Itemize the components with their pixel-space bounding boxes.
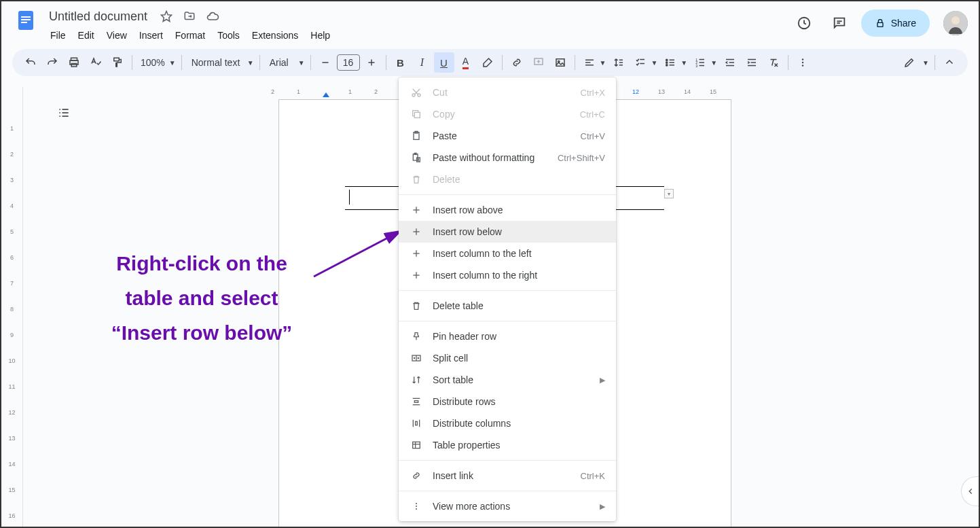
increase-indent-icon[interactable] [742,52,762,73]
share-button[interactable]: Share [861,10,930,37]
highlight-icon[interactable] [477,52,498,73]
ctx-insert-col-right[interactable]: Insert column to the right [399,264,616,286]
ctx-split-cell[interactable]: Split cell [399,347,616,369]
insert-link-icon[interactable] [507,52,527,73]
insert-image-icon[interactable] [550,52,570,73]
menu-help[interactable]: Help [305,27,335,43]
underline-icon[interactable]: U [434,52,454,73]
ctx-pin-header[interactable]: Pin header row [399,325,616,347]
distribute-cols-icon [410,418,423,429]
numbered-list-icon[interactable]: 123 [690,52,710,73]
comments-icon[interactable] [826,10,853,37]
svg-point-53 [802,65,803,66]
svg-rect-2 [21,19,31,20]
distribute-rows-icon [410,396,423,407]
svg-point-51 [802,58,803,60]
italic-icon[interactable]: I [412,52,433,73]
menu-file[interactable]: File [45,27,71,43]
svg-point-86 [416,503,417,504]
ctx-delete-table[interactable]: Delete table [399,295,616,317]
decrease-indent-icon[interactable] [720,52,740,73]
share-label: Share [891,18,916,29]
clear-formatting-icon[interactable] [763,52,784,73]
undo-icon[interactable] [20,52,41,73]
bullet-list-icon[interactable] [660,52,680,73]
spellcheck-icon[interactable] [86,52,106,73]
more-tools-icon[interactable] [793,52,813,73]
font-size-input[interactable]: 16 [337,54,360,71]
bold-icon[interactable]: B [391,52,411,73]
print-icon[interactable] [64,52,84,73]
increase-font-icon[interactable] [361,52,382,73]
ctx-paste[interactable]: PasteCtrl+V [399,125,616,147]
editing-mode-icon[interactable] [899,52,920,73]
svg-rect-79 [414,401,418,403]
line-spacing-icon[interactable] [609,52,629,73]
ctx-insert-row-below[interactable]: Insert row below [399,221,616,243]
ctx-insert-col-left[interactable]: Insert column to the left [399,243,616,264]
ctx-table-props[interactable]: Table properties [399,434,616,456]
link-icon [410,470,423,481]
svg-rect-3 [21,22,27,23]
sort-icon [410,374,423,385]
move-folder-icon[interactable] [181,8,198,24]
menu-tools[interactable]: Tools [212,27,245,43]
outline-toggle-icon[interactable] [52,101,76,125]
ctx-distribute-cols[interactable]: Distribute columns [399,412,616,434]
paste-icon [410,130,423,141]
svg-marker-4 [162,12,172,22]
checklist-icon[interactable] [630,52,651,73]
paragraph-style-select[interactable]: Normal text [186,57,247,68]
menu-extensions[interactable]: Extensions [247,27,304,43]
indent-marker-icon[interactable] [323,92,329,97]
paste-plain-icon [410,152,423,163]
svg-line-89 [314,231,401,277]
history-icon[interactable] [791,10,818,37]
menu-format[interactable]: Format [170,27,211,43]
decrease-font-icon[interactable] [315,52,335,73]
ctx-view-more[interactable]: View more actions▶ [399,495,616,517]
split-cell-icon [410,353,423,364]
table-handle-icon[interactable]: ▾ [664,189,674,198]
more-icon [410,501,423,512]
horizontal-ruler: 2 1 1 2 3 4 5 6 7 8 9 10 11 12 13 14 15 [257,87,979,99]
context-menu: CutCtrl+X CopyCtrl+C PasteCtrl+V Paste w… [399,77,616,521]
chevron-down-icon: ▼ [169,59,176,67]
ctx-sort-table[interactable]: Sort table▶ [399,369,616,391]
chevron-down-icon: ▼ [600,59,606,67]
docs-logo-icon[interactable] [12,7,39,34]
annotation-text: Right-click on the table and select “Ins… [83,246,321,350]
menu-insert[interactable]: Insert [134,27,168,43]
insert-comment-icon[interactable] [528,52,549,73]
document-title[interactable]: Untitled document [45,8,151,25]
menu-edit[interactable]: Edit [73,27,100,43]
trash-icon [410,300,423,311]
svg-rect-83 [413,442,420,448]
font-select[interactable]: Arial [264,57,298,68]
svg-point-87 [416,506,417,507]
ctx-insert-row-above[interactable]: Insert row above [399,199,616,221]
svg-point-32 [666,62,668,63]
svg-rect-1 [21,16,31,18]
zoom-select[interactable]: 100% [137,57,169,68]
chevron-down-icon: ▼ [680,59,687,67]
ctx-insert-link[interactable]: Insert linkCtrl+K [399,465,616,487]
text-cursor [349,190,350,205]
avatar[interactable] [943,11,968,35]
collapse-toolbar-icon[interactable] [939,52,960,73]
ctx-paste-plain[interactable]: Paste without formattingCtrl+Shift+V [399,147,616,169]
menu-view[interactable]: View [101,27,132,43]
text-color-icon[interactable]: A [456,52,476,73]
format-paint-icon[interactable] [107,52,128,73]
svg-point-10 [951,16,960,24]
copy-icon [410,109,423,120]
star-icon[interactable] [158,8,175,24]
svg-rect-14 [114,58,120,61]
redo-icon[interactable] [42,52,62,73]
plus-icon [410,270,423,281]
cloud-status-icon[interactable] [204,8,221,24]
align-icon[interactable] [579,52,600,73]
ctx-distribute-rows[interactable]: Distribute rows [399,391,616,412]
svg-point-52 [802,62,803,63]
svg-text:3: 3 [696,64,698,68]
